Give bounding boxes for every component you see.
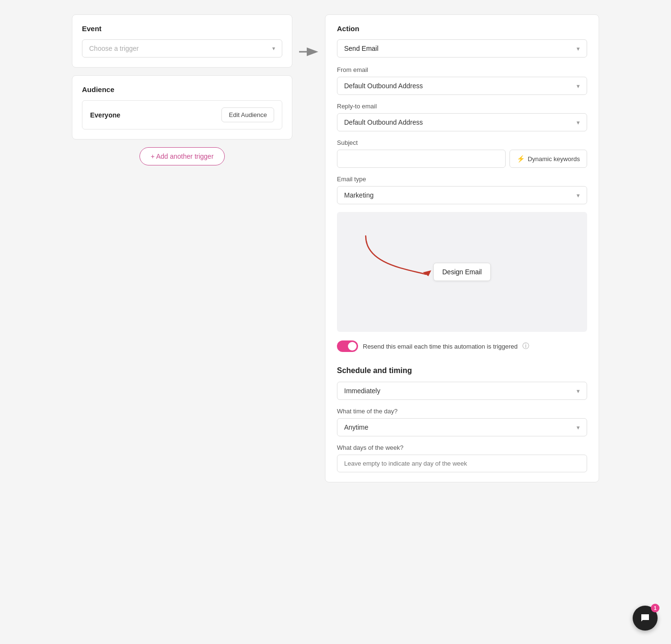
- chat-button[interactable]: 1: [633, 606, 658, 631]
- reply-to-label: Reply-to email: [337, 103, 587, 110]
- email-type-value: Marketing: [344, 191, 373, 199]
- trigger-chevron-icon: ▾: [272, 45, 275, 52]
- event-card: Event Choose a trigger ▾: [72, 14, 292, 68]
- timing-value: Immediately: [344, 387, 380, 395]
- resend-toggle-row: Resend this email each time this automat…: [337, 340, 587, 352]
- subject-label: Subject: [337, 139, 587, 146]
- left-panel: Event Choose a trigger ▾ Audience Everyo…: [72, 14, 292, 165]
- audience-everyone-label: Everyone: [90, 111, 120, 119]
- action-title: Action: [337, 24, 587, 33]
- add-trigger-label: + Add another trigger: [150, 152, 213, 160]
- resend-toggle[interactable]: [337, 340, 358, 352]
- time-of-day-value: Anytime: [344, 423, 369, 431]
- audience-row: Everyone Edit Audience: [82, 100, 282, 129]
- svg-marker-2: [423, 270, 432, 277]
- action-chevron-icon: [577, 45, 580, 52]
- email-type-chevron-icon: [577, 191, 580, 199]
- timing-chevron-icon: [577, 387, 580, 395]
- design-email-button[interactable]: Design Email: [433, 263, 491, 281]
- audience-card: Audience Everyone Edit Audience: [72, 75, 292, 140]
- subject-input[interactable]: [337, 150, 506, 168]
- dynamic-keywords-label: Dynamic keywords: [528, 155, 580, 163]
- audience-title: Audience: [82, 85, 282, 94]
- info-icon[interactable]: ⓘ: [522, 342, 529, 351]
- dynamic-keywords-button[interactable]: ⚡ Dynamic keywords: [509, 150, 587, 168]
- reply-to-chevron-icon: [577, 118, 580, 126]
- timing-select[interactable]: Immediately: [337, 382, 587, 400]
- from-email-label: From email: [337, 66, 587, 73]
- chat-badge: 1: [651, 604, 659, 612]
- bolt-icon: ⚡: [517, 155, 525, 163]
- reply-to-select[interactable]: Default Outbound Address: [337, 113, 587, 131]
- right-panel: Action Send Email From email Default Out…: [325, 14, 599, 482]
- trigger-placeholder: Choose a trigger: [89, 45, 139, 52]
- days-label: What days of the week?: [337, 444, 587, 451]
- email-type-select[interactable]: Marketing: [337, 186, 587, 204]
- email-type-label: Email type: [337, 176, 587, 183]
- time-of-day-chevron-icon: [577, 423, 580, 431]
- resend-label: Resend this email each time this automat…: [363, 343, 518, 350]
- time-of-day-select[interactable]: Anytime: [337, 418, 587, 436]
- annotation-arrow: [351, 231, 447, 289]
- connector-arrow: [292, 14, 325, 59]
- from-email-select[interactable]: Default Outbound Address: [337, 77, 587, 95]
- days-input[interactable]: [337, 455, 587, 472]
- right-arrow-icon: [297, 44, 320, 59]
- schedule-title: Schedule and timing: [337, 363, 587, 375]
- time-of-day-label: What time of the day?: [337, 408, 587, 415]
- reply-to-value: Default Outbound Address: [344, 118, 423, 126]
- event-title: Event: [82, 24, 282, 33]
- action-select[interactable]: Send Email: [337, 39, 587, 58]
- trigger-select[interactable]: Choose a trigger ▾: [82, 39, 282, 58]
- from-email-chevron-icon: [577, 82, 580, 90]
- email-design-area: Design Email: [337, 212, 587, 332]
- from-email-value: Default Outbound Address: [344, 82, 423, 90]
- action-selected-value: Send Email: [344, 45, 379, 52]
- design-email-label: Design Email: [442, 268, 482, 276]
- edit-audience-button[interactable]: Edit Audience: [221, 107, 274, 122]
- chat-icon: [639, 612, 651, 624]
- subject-row: ⚡ Dynamic keywords: [337, 150, 587, 168]
- add-trigger-button[interactable]: + Add another trigger: [139, 147, 224, 165]
